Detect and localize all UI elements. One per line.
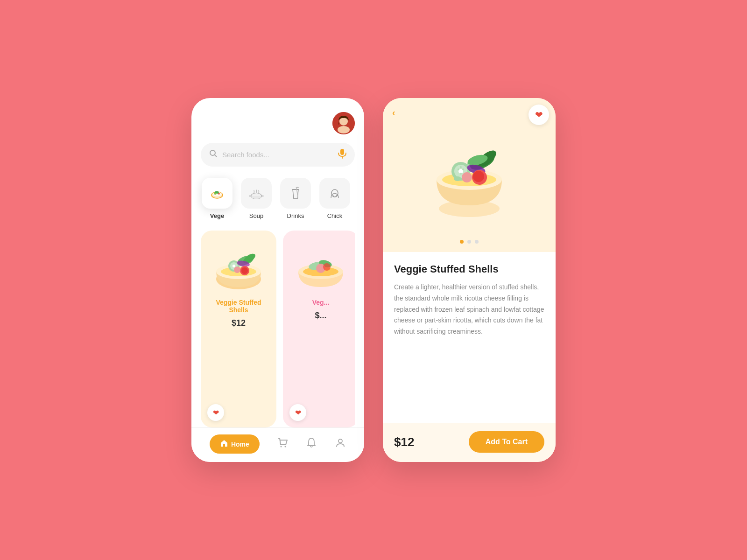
food-card-price-2: $... <box>315 311 326 321</box>
category-label-vege: Vege <box>210 212 224 219</box>
category-icon-soup <box>241 178 272 209</box>
svg-point-44 <box>338 439 342 443</box>
category-chick[interactable]: Chick <box>318 178 351 219</box>
category-icon-drinks <box>280 178 311 209</box>
detail-content: Veggie Stuffed Shells Create a lighter, … <box>383 252 556 462</box>
home-icon <box>220 439 228 449</box>
category-icon-chick <box>319 178 350 209</box>
heart-button-1[interactable]: ❤ <box>207 404 224 421</box>
heart-button-2[interactable]: ❤ <box>289 404 306 421</box>
bell-nav-icon[interactable] <box>306 437 317 451</box>
svg-point-26 <box>233 265 235 267</box>
category-label-chick: Chick <box>327 212 343 219</box>
food-card-title-1: Veggie Stuffed Shells <box>208 299 269 314</box>
svg-point-13 <box>215 191 218 194</box>
food-card-1[interactable]: Veggie Stuffed Shells $12 ❤ <box>201 231 276 427</box>
search-icon <box>209 149 218 160</box>
category-drinks[interactable]: Drinks <box>279 178 312 219</box>
svg-point-63 <box>473 171 484 182</box>
category-soup[interactable]: Soup <box>240 178 273 219</box>
detail-price: $12 <box>394 435 414 449</box>
svg-point-51 <box>458 168 459 170</box>
dot-3 <box>475 240 479 244</box>
svg-point-52 <box>462 168 464 170</box>
back-button[interactable]: ‹ <box>392 107 395 118</box>
category-vege[interactable]: Vege <box>201 178 233 219</box>
food-cards-row: Veggie Stuffed Shells $12 ❤ V <box>201 231 355 427</box>
category-label-drinks: Drinks <box>287 212 304 219</box>
svg-point-35 <box>234 266 240 273</box>
svg-point-42 <box>280 446 282 448</box>
home-nav-button[interactable]: Home <box>210 434 260 454</box>
cart-nav-icon[interactable] <box>277 437 289 451</box>
category-icon-vege <box>202 178 233 209</box>
phone-left: Search foods... <box>191 98 364 462</box>
svg-rect-6 <box>340 149 344 155</box>
svg-point-54 <box>460 173 462 175</box>
detail-description: Create a lighter, healthier version of s… <box>394 282 544 413</box>
detail-image-area: ‹ ❤ <box>383 98 556 252</box>
avatar <box>332 112 355 134</box>
screens-container: Search foods... <box>191 98 556 462</box>
svg-point-2 <box>338 126 350 133</box>
food-card-2[interactable]: Veg... $... ❤ <box>283 231 355 427</box>
search-bar[interactable]: Search foods... <box>201 143 355 167</box>
detail-bottom-row: $12 Add To Cart <box>383 423 556 462</box>
food-card-title-2: Veg... <box>312 299 330 306</box>
svg-point-64 <box>462 172 472 182</box>
mic-icon[interactable] <box>338 148 346 161</box>
home-label: Home <box>231 441 249 448</box>
detail-title: Veggie Stuffed Shells <box>394 263 544 275</box>
categories-row: Vege <box>201 178 355 219</box>
dot-1 <box>460 240 464 244</box>
dot-2 <box>467 240 471 244</box>
phone-right: ‹ ❤ <box>383 98 556 462</box>
bottom-nav: Home <box>191 427 364 462</box>
search-input[interactable]: Search foods... <box>222 151 333 159</box>
svg-point-53 <box>460 166 462 168</box>
image-dots <box>460 240 479 244</box>
svg-point-41 <box>323 263 331 271</box>
svg-point-65 <box>454 176 461 181</box>
svg-point-43 <box>284 446 286 448</box>
svg-line-5 <box>215 155 217 157</box>
category-label-soup: Soup <box>249 212 263 219</box>
svg-point-14 <box>218 193 220 195</box>
header-row <box>201 107 355 134</box>
detail-heart-button[interactable]: ❤ <box>529 105 549 125</box>
food-card-price-1: $12 <box>232 318 246 328</box>
add-to-cart-button[interactable]: Add To Cart <box>469 431 544 453</box>
svg-point-34 <box>241 267 248 274</box>
user-nav-icon[interactable] <box>335 437 346 451</box>
